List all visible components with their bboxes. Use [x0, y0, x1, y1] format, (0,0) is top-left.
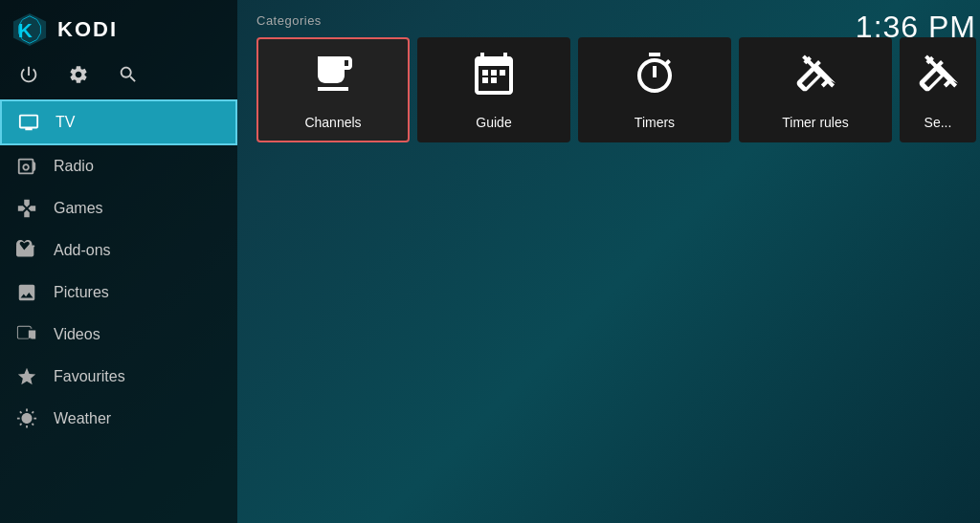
clock: 1:36 PM — [856, 10, 976, 45]
timers-label: Timers — [635, 115, 675, 130]
sidebar-item-weather-label: Weather — [54, 410, 111, 427]
sidebar-item-weather[interactable]: Weather — [0, 398, 237, 440]
guide-label: Guide — [476, 115, 511, 130]
sidebar-item-games[interactable]: Games — [0, 187, 237, 229]
timers-icon — [632, 51, 678, 105]
settings-button[interactable] — [65, 61, 92, 88]
guide-icon — [471, 51, 517, 105]
sidebar-action-icons — [0, 55, 237, 99]
sidebar-item-radio[interactable]: Radio — [0, 145, 237, 187]
pictures-icon — [15, 281, 38, 304]
sidebar-item-videos[interactable]: Videos — [0, 314, 237, 356]
sidebar-item-radio-label: Radio — [54, 158, 94, 175]
kodi-logo: K — [11, 11, 48, 48]
channels-label: Channels — [304, 115, 361, 130]
categories-grid: Channels Guide — [256, 37, 976, 142]
navigation: TV Radio Games — [0, 99, 237, 523]
search-cat-label: Se... — [924, 115, 952, 130]
weather-icon — [15, 407, 38, 430]
sidebar-item-favourites-label: Favourites — [54, 368, 125, 385]
sidebar-item-favourites[interactable]: Favourites — [0, 356, 237, 398]
svg-rect-6 — [482, 77, 488, 83]
radio-icon — [15, 155, 38, 178]
category-timers[interactable]: Timers — [578, 37, 731, 142]
videos-icon — [15, 323, 38, 346]
tv-icon — [17, 111, 40, 134]
category-channels[interactable]: Channels — [256, 37, 410, 142]
app-title: KODI — [57, 17, 118, 42]
timer-rules-label: Timer rules — [782, 115, 849, 130]
category-search[interactable]: Se... — [900, 37, 976, 142]
channels-icon — [310, 51, 356, 105]
sidebar-item-addons-label: Add-ons — [54, 242, 111, 259]
search-button[interactable] — [115, 61, 142, 88]
sidebar-item-videos-label: Videos — [54, 326, 100, 343]
sidebar-header: K KODI — [0, 0, 237, 55]
addons-icon — [15, 239, 38, 262]
timer-rules-icon — [792, 51, 838, 105]
sidebar-item-games-label: Games — [54, 200, 103, 217]
sidebar-item-pictures-label: Pictures — [54, 284, 109, 301]
svg-rect-4 — [491, 70, 497, 76]
svg-rect-3 — [482, 70, 488, 76]
sidebar: K KODI TV — [0, 0, 237, 523]
sidebar-item-tv-label: TV — [56, 114, 75, 131]
favourites-icon — [15, 365, 38, 388]
games-icon — [15, 197, 38, 220]
search-cat-icon — [915, 51, 961, 105]
sidebar-item-pictures[interactable]: Pictures — [0, 272, 237, 314]
power-button[interactable] — [15, 61, 42, 88]
svg-rect-5 — [500, 70, 505, 76]
sidebar-item-addons[interactable]: Add-ons — [0, 229, 237, 272]
category-guide[interactable]: Guide — [417, 37, 570, 142]
main-content: 1:36 PM Categories Channels — [237, 0, 980, 523]
category-timer-rules[interactable]: Timer rules — [739, 37, 892, 142]
svg-text:K: K — [18, 19, 33, 41]
sidebar-item-tv[interactable]: TV — [0, 99, 237, 145]
svg-rect-7 — [491, 77, 497, 83]
